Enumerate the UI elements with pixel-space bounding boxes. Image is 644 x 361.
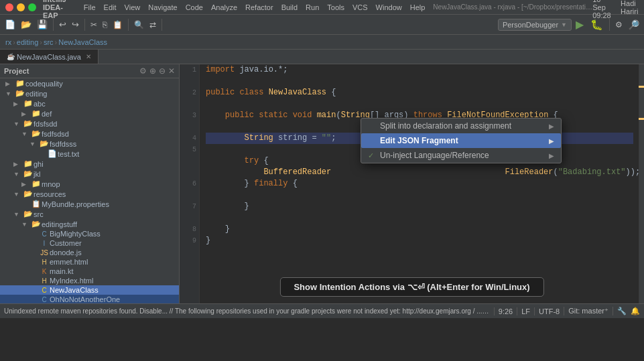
sidebar-item-test-txt[interactable]: 📄 test.txt <box>0 149 179 159</box>
sidebar-item-jkl[interactable]: ▼ 📂 jkl <box>0 169 179 179</box>
sidebar-item-label: abc <box>34 100 46 108</box>
toolbar-replace[interactable]: ⇄ <box>147 19 158 31</box>
user-name: Hadi Hariri <box>621 0 639 15</box>
sidebar-item-codequality[interactable]: ▶ 📁 codequality <box>0 78 179 88</box>
sidebar-item-bigmightyclass[interactable]: C BigMightyClass <box>0 229 179 238</box>
code-content[interactable]: import java.io.*; public class NewJavaCl… <box>200 64 639 303</box>
menu-help[interactable]: Help <box>410 3 426 11</box>
breadcrumb-src[interactable]: src <box>44 38 54 46</box>
toolbar-cut[interactable]: ✂ <box>88 19 99 31</box>
debug-button[interactable]: 🐛 <box>588 17 606 32</box>
lf-indicator: LF <box>517 307 530 315</box>
sidebar-item-editing[interactable]: ▼ 📂 editing <box>0 88 179 98</box>
sidebar-item-label: codequality <box>25 80 63 88</box>
sidebar-close-icon[interactable]: ✕ <box>168 66 175 76</box>
sidebar-item-customer[interactable]: I Customer <box>0 238 179 248</box>
breadcrumb-sep3: › <box>55 38 58 46</box>
sidebar-item-fdsfsdd[interactable]: ▼ 📂 fdsfsdd <box>0 119 179 129</box>
menu-vcs[interactable]: VCS <box>352 3 368 11</box>
menu-run[interactable]: Run <box>306 3 319 11</box>
sidebar-item-def[interactable]: ▶ 📁 def <box>0 109 179 119</box>
sidebar-item-mybundle[interactable]: 📋 MyBundle.properties <box>0 199 179 209</box>
notifications-icon[interactable]: 🔔 <box>631 307 640 315</box>
sidebar-item-myindex-html[interactable]: H MyIndex.html <box>0 276 179 285</box>
toolbar-new[interactable]: 📄 <box>3 18 17 31</box>
sidebar-item-fsdfdsss[interactable]: ▼ 📂 fsdfdsss <box>0 139 179 149</box>
status-message: Unindexed remote maven repositories foun… <box>4 307 490 315</box>
sidebar-collapse-icon[interactable]: ⊖ <box>159 66 166 76</box>
toolbar-more[interactable]: ⚙ <box>613 19 625 31</box>
sidebar-item-donode-js[interactable]: JS donode.js <box>0 248 179 257</box>
toolbar-redo[interactable]: ↪ <box>70 18 81 31</box>
editor[interactable]: 1 2 3 4 5 6 7 8 9 import java.io.*; publ… <box>180 64 644 303</box>
sidebar-item-label: ghi <box>34 160 44 168</box>
sidebar-item-editingstuff[interactable]: ▼ 📂 editingstuff <box>0 219 179 229</box>
sidebar-item-ohnonotanotherOne[interactable]: C OhNoNotAnotherOne <box>0 295 179 303</box>
toolbar-undo[interactable]: ↩ <box>57 18 68 31</box>
encoding-indicator: UTF-8 <box>534 307 560 315</box>
tab-label: NewJavaClass.java <box>17 53 81 61</box>
sidebar-item-label: src <box>34 210 44 218</box>
menu-build[interactable]: Build <box>281 3 298 11</box>
folder-icon: 📁 <box>15 79 25 88</box>
breadcrumb-file[interactable]: NewJavaClass <box>58 38 107 46</box>
tab-close-icon[interactable]: ✕ <box>86 53 91 60</box>
menu-uninject-language[interactable]: ✓ Un-inject Language/Reference ▶ <box>361 148 561 163</box>
app-name: IntelliJ IDEA-EAP <box>43 0 74 19</box>
sidebar-item-mnop[interactable]: ▶ 📁 mnop <box>0 179 179 189</box>
menu-navigate[interactable]: Navigate <box>148 3 177 11</box>
menu-refactor[interactable]: Refactor <box>245 3 273 11</box>
sidebar-item-label: mnop <box>42 180 60 188</box>
run-config-selector[interactable]: PersonDebugger ▼ <box>498 19 572 31</box>
run-button[interactable]: ▶ <box>573 17 586 32</box>
minimize-button[interactable] <box>17 3 25 11</box>
menu-file[interactable]: File <box>84 3 96 11</box>
toolbar-save[interactable]: 💾 <box>35 18 50 31</box>
menu-edit[interactable]: Edit <box>104 3 117 11</box>
sidebar-item-label: donode.js <box>50 248 82 257</box>
sidebar-item-fsdfsdsd[interactable]: ▼ 📂 fsdfsdsd <box>0 129 179 139</box>
git-branch: Git: master⁺ <box>564 307 608 315</box>
sidebar-item-abc[interactable]: ▶ 📁 abc <box>0 98 179 109</box>
toolbar-copy[interactable]: ⎘ <box>101 19 109 31</box>
sidebar-item-label: resources <box>34 190 66 198</box>
toolbar-open[interactable]: 📂 <box>19 18 34 31</box>
menu-tools[interactable]: Tools <box>327 3 344 11</box>
sidebar-item-resources[interactable]: ▼ 📂 resources <box>0 189 179 199</box>
breadcrumb-editing[interactable]: editing <box>17 38 38 46</box>
sidebar-item-ghi[interactable]: ▶ 📁 ghi <box>0 159 179 169</box>
sidebar-expand-icon[interactable]: ⊕ <box>149 66 156 76</box>
menu-analyze[interactable]: Analyze <box>211 3 237 11</box>
tab-newjavaclass[interactable]: ☕ NewJavaClass.java ✕ <box>0 50 99 64</box>
submenu-arrow-icon: ▶ <box>549 152 554 159</box>
sidebar-item-main-kt[interactable]: K main.kt <box>0 267 179 276</box>
close-button[interactable] <box>5 3 13 11</box>
code-line-4 <box>206 98 633 110</box>
menu-view[interactable]: View <box>125 3 141 11</box>
tooltip-bar: Show Intention Actions via ⌥⏎ (Alt+Enter… <box>279 277 543 297</box>
sidebar-item-label: NewJavaClass <box>50 286 99 294</box>
menu-bar: IntelliJ IDEA-EAP File Edit View Navigat… <box>0 0 644 15</box>
folder-arrow-icon: ▶ <box>5 80 15 87</box>
folder-open-icon: 📂 <box>15 89 25 98</box>
toolbar-paste[interactable]: 📋 <box>111 19 125 31</box>
code-line-15: } <box>206 224 633 235</box>
menu-code[interactable]: Code <box>186 3 203 11</box>
code-line-14 <box>206 212 633 224</box>
sidebar-item-label: OhNoNotAnotherOne <box>50 295 120 303</box>
maximize-button[interactable] <box>28 3 36 11</box>
menu-split-declaration[interactable]: Split into declaration and assignment ▶ <box>361 119 561 133</box>
menu-window[interactable]: Window <box>376 3 402 11</box>
menu-edit-json-fragment[interactable]: Edit JSON Fragment ▶ <box>361 133 561 148</box>
sidebar-item-newjavaclass[interactable]: C NewJavaClass <box>0 285 179 295</box>
code-line-12 <box>206 190 633 201</box>
sidebar-item-label: main.kt <box>50 267 73 275</box>
breadcrumb-rx[interactable]: rx <box>5 38 11 46</box>
sidebar-settings-icon[interactable]: ⚙ <box>139 66 147 76</box>
sidebar-item-src[interactable]: ▼ 📂 src <box>0 209 179 219</box>
search-everywhere[interactable]: 🔎 <box>626 18 641 31</box>
code-line-16: } <box>206 235 633 246</box>
toolbar-find[interactable]: 🔍 <box>132 19 146 31</box>
sidebar-item-emmet-html[interactable]: H emmet.html <box>0 257 179 267</box>
check-icon: ✓ <box>368 151 380 160</box>
